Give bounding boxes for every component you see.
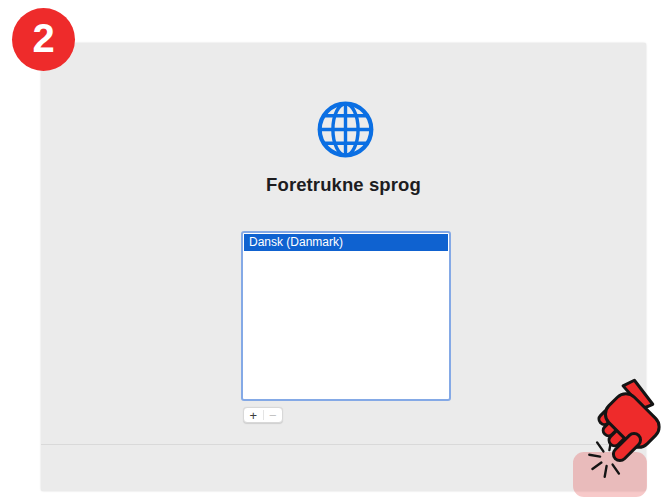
language-list-item-selected[interactable]: Dansk (Danmark) xyxy=(244,234,448,251)
screenshot-canvas: { "annotation": { "step_number": "2", "p… xyxy=(0,0,666,502)
page-title: Foretrukne sprog xyxy=(41,174,646,196)
step-number-badge: 2 xyxy=(12,8,75,71)
footer-button-bar: Tilbage Fortsæt xyxy=(41,444,646,491)
add-language-button[interactable]: + xyxy=(244,408,263,422)
remove-language-button[interactable]: − xyxy=(264,408,283,422)
globe-icon xyxy=(316,100,375,159)
language-listbox[interactable]: Dansk (Danmark) xyxy=(241,231,451,401)
list-add-remove-control: + − xyxy=(243,407,283,423)
setup-assistant-window: Foretrukne sprog Dansk (Danmark) + − Til… xyxy=(41,43,646,491)
